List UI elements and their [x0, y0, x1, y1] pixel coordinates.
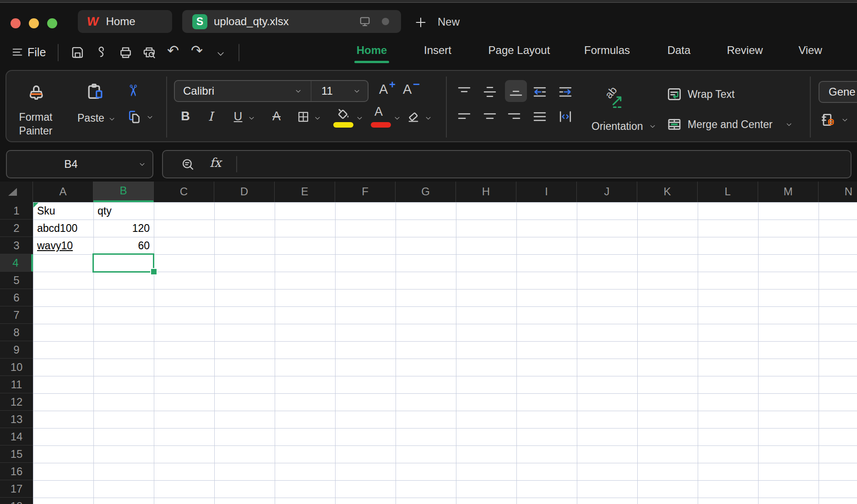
row-header-2[interactable]: 2	[0, 220, 33, 237]
text-spacing-icon[interactable]	[557, 108, 574, 125]
name-box[interactable]: B4	[6, 150, 153, 178]
row-header-11[interactable]: 11	[0, 376, 33, 393]
more-commands-chevron-icon[interactable]	[216, 49, 225, 59]
underline-chevron-icon[interactable]	[248, 115, 255, 122]
align-top-icon[interactable]	[456, 84, 472, 100]
column-header-L[interactable]: L	[698, 182, 758, 202]
row-header-4[interactable]: 4	[0, 254, 33, 272]
new-tab-plus-icon[interactable]	[414, 16, 428, 29]
ribbon-tab-page-layout[interactable]: Page Layout	[488, 44, 550, 57]
fx-icon[interactable]: fx	[210, 155, 221, 170]
redo-icon[interactable]: ↷	[189, 42, 205, 59]
ribbon-tab-data[interactable]: Data	[667, 44, 691, 57]
bold-button[interactable]: B	[178, 109, 193, 123]
formula-input[interactable]: fx	[162, 150, 852, 178]
font-size-select[interactable]: 11	[311, 80, 369, 102]
column-header-I[interactable]: I	[516, 182, 577, 202]
align-right-icon[interactable]	[506, 108, 522, 125]
column-header-C[interactable]: C	[154, 182, 214, 202]
orientation-button[interactable]: ab Orientation	[581, 80, 663, 138]
row-header-9[interactable]: 9	[0, 341, 33, 359]
tab-home[interactable]: W Home	[78, 10, 172, 33]
column-header-M[interactable]: M	[758, 182, 819, 202]
cell-A2[interactable]: abcd100	[34, 220, 92, 237]
ribbon-tab-home[interactable]: Home	[357, 44, 387, 57]
new-tab-label[interactable]: New	[438, 16, 460, 28]
format-painter-button[interactable]: Format Painter	[10, 77, 61, 138]
print-preview-icon[interactable]	[142, 45, 157, 60]
increase-indent-icon[interactable]	[557, 84, 574, 100]
file-menu[interactable]: File	[27, 46, 46, 59]
column-header-H[interactable]: H	[456, 182, 516, 202]
font-color-button[interactable]: A	[370, 106, 391, 127]
italic-button[interactable]: I	[203, 109, 218, 123]
menu-icon[interactable]	[11, 46, 24, 59]
merge-center-button[interactable]: Merge and Center	[666, 115, 808, 137]
row-header-14[interactable]: 14	[0, 428, 33, 445]
row-header-10[interactable]: 10	[0, 359, 33, 376]
row-header-16[interactable]: 16	[0, 463, 33, 480]
column-headers[interactable]: ABCDEFGHIJKLMN	[33, 182, 857, 202]
borders-chevron-icon[interactable]	[314, 115, 321, 122]
paste-button[interactable]: Paste	[71, 77, 119, 138]
select-all-corner[interactable]	[0, 182, 33, 202]
font-color-chevron-icon[interactable]	[394, 115, 401, 122]
column-header-G[interactable]: G	[396, 182, 456, 202]
tab-document[interactable]: S upload_qty.xlsx	[182, 10, 401, 33]
eraser-chevron-icon[interactable]	[425, 115, 432, 122]
align-bottom-selected-box[interactable]	[505, 80, 527, 102]
cell-B3[interactable]: 60	[94, 237, 153, 255]
close-button[interactable]	[11, 18, 21, 28]
increase-font-button[interactable]: A +	[378, 81, 398, 101]
strikethrough-button[interactable]: A	[269, 109, 284, 123]
column-header-K[interactable]: K	[637, 182, 698, 202]
justify-icon[interactable]	[532, 108, 548, 125]
column-header-F[interactable]: F	[335, 182, 396, 202]
cell-B2[interactable]: 120	[94, 220, 153, 237]
ribbon-tab-insert[interactable]: Insert	[424, 44, 451, 57]
row-headers[interactable]: 123456789101112131415161718	[0, 202, 33, 504]
undo-icon[interactable]: ↶	[165, 42, 181, 59]
row-header-7[interactable]: 7	[0, 306, 33, 324]
row-header-5[interactable]: 5	[0, 272, 33, 289]
selection-box[interactable]	[92, 253, 154, 273]
number-format-select[interactable]: Gene	[819, 81, 857, 103]
cell-A3[interactable]: wavy10	[34, 237, 92, 255]
column-header-J[interactable]: J	[577, 182, 637, 202]
save-icon[interactable]	[70, 45, 85, 60]
ribbon-tab-formulas[interactable]: Formulas	[584, 44, 630, 57]
borders-icon[interactable]	[296, 110, 310, 124]
decrease-font-button[interactable]: A −	[402, 81, 422, 101]
decrease-indent-icon[interactable]	[532, 84, 548, 100]
row-header-18[interactable]: 18	[0, 498, 33, 504]
row-header-8[interactable]: 8	[0, 324, 33, 341]
align-center-icon[interactable]	[482, 108, 498, 125]
row-header-1[interactable]: 1	[0, 202, 33, 220]
column-header-B[interactable]: B	[93, 182, 154, 202]
minimize-button[interactable]	[29, 18, 39, 28]
column-header-N[interactable]: N	[819, 182, 857, 202]
fill-color-chevron-icon[interactable]	[356, 115, 363, 122]
column-header-E[interactable]: E	[275, 182, 335, 202]
formula-search-icon[interactable]	[180, 157, 195, 172]
selection-fill-handle[interactable]	[151, 269, 157, 274]
row-header-12[interactable]: 12	[0, 393, 33, 411]
ribbon-tab-review[interactable]: Review	[727, 44, 763, 57]
cell-B1[interactable]: qty	[94, 203, 153, 220]
row-header-15[interactable]: 15	[0, 445, 33, 463]
cell-A1[interactable]: Sku	[34, 203, 92, 220]
row-header-17[interactable]: 17	[0, 480, 33, 498]
align-middle-icon[interactable]	[482, 84, 498, 100]
sheet-area[interactable]	[33, 202, 857, 504]
ribbon-tab-view[interactable]: View	[798, 44, 822, 57]
print-icon[interactable]	[118, 45, 133, 60]
row-header-3[interactable]: 3	[0, 237, 33, 254]
column-header-A[interactable]: A	[33, 182, 93, 202]
row-header-6[interactable]: 6	[0, 289, 33, 306]
copy-icon[interactable]	[125, 108, 142, 125]
eraser-icon[interactable]	[406, 109, 421, 124]
column-header-D[interactable]: D	[214, 182, 275, 202]
number-format-chevron-icon[interactable]	[841, 117, 848, 123]
zoom-button[interactable]	[47, 18, 57, 28]
wrap-text-button[interactable]: Wrap Text	[666, 85, 803, 107]
